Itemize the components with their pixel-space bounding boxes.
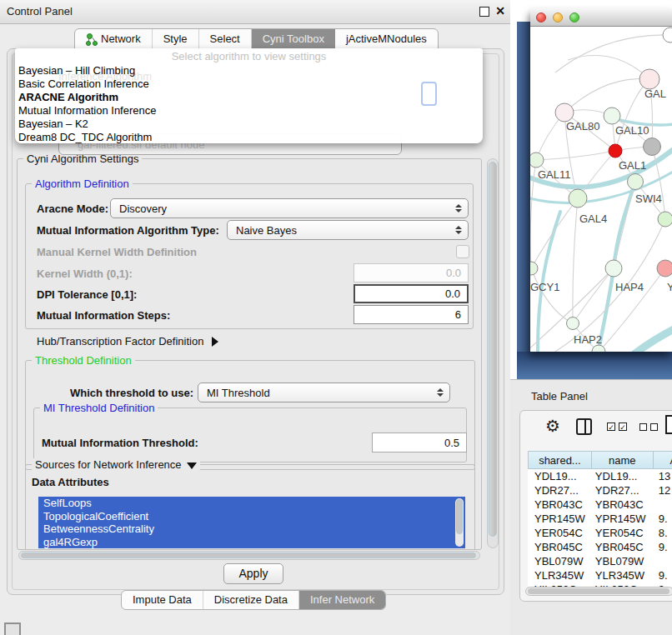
table-cell[interactable]: YBL079W bbox=[528, 554, 592, 568]
settings-hscroll-thumb[interactable] bbox=[21, 552, 476, 558]
table-cell[interactable]: YPR145W bbox=[528, 512, 592, 526]
table-column-header[interactable]: A bbox=[654, 451, 672, 469]
data-attribute-item[interactable]: TopologicalCoefficient bbox=[38, 510, 465, 523]
network-node[interactable] bbox=[569, 189, 587, 208]
aracne-mode-combo[interactable]: Discovery bbox=[110, 198, 469, 218]
dock-corner-icon[interactable] bbox=[4, 622, 21, 635]
select-all-checkboxes-icon[interactable]: ✓✓ bbox=[607, 422, 627, 431]
mi-threshold-field[interactable]: 0.5 bbox=[372, 432, 467, 452]
table-cell[interactable]: 13 bbox=[654, 469, 672, 483]
table-cell[interactable]: YLR345W bbox=[528, 568, 592, 582]
list-scrollbar[interactable] bbox=[455, 498, 464, 547]
table-cell[interactable]: YPR145W bbox=[592, 512, 654, 526]
table-cell[interactable]: YER054C bbox=[592, 526, 654, 540]
mi-steps-field[interactable]: 6 bbox=[354, 305, 469, 324]
network-node[interactable] bbox=[567, 318, 579, 330]
columns-icon[interactable] bbox=[576, 418, 592, 435]
hub-definition-expander[interactable]: Hub/Transcription Factor Definition bbox=[37, 333, 218, 348]
network-window-titlebar[interactable] bbox=[530, 8, 672, 27]
table-column-header[interactable]: name bbox=[592, 451, 654, 469]
table-cell[interactable]: YBR045C bbox=[528, 540, 592, 554]
data-attribute-item[interactable]: gal4RGexp bbox=[38, 536, 465, 549]
table-cell[interactable]: YDR27... bbox=[592, 483, 654, 498]
settings-vertical-scrollbar[interactable] bbox=[487, 158, 499, 548]
gear-icon[interactable]: ⚙ bbox=[545, 418, 560, 434]
network-node[interactable] bbox=[663, 28, 672, 42]
network-node[interactable] bbox=[628, 174, 644, 190]
network-node[interactable] bbox=[609, 144, 622, 158]
tab-discretize-data[interactable]: Discretize Data bbox=[203, 591, 299, 609]
data-attribute-item[interactable]: BetweennessCentrality bbox=[38, 522, 465, 536]
table-cell[interactable]: YDL19... bbox=[592, 469, 654, 483]
network-node[interactable] bbox=[604, 108, 620, 124]
network-node[interactable] bbox=[658, 212, 672, 227]
table-cell[interactable]: YER054C bbox=[528, 526, 592, 540]
which-threshold-combo[interactable]: MI Threshold bbox=[198, 382, 450, 402]
table-cell[interactable]: 9. bbox=[654, 568, 672, 582]
network-node[interactable] bbox=[555, 103, 574, 122]
tab-select[interactable]: Select bbox=[199, 29, 252, 49]
list-scrollbar-thumb[interactable] bbox=[456, 499, 463, 534]
algorithm-option[interactable]: Dream8 DC_TDC Algorithm bbox=[15, 131, 483, 144]
settings-vscroll-thumb[interactable] bbox=[489, 162, 497, 537]
table-cell[interactable]: YDR27... bbox=[528, 483, 592, 498]
deselect-all-checkboxes-icon[interactable] bbox=[639, 422, 658, 431]
table-cell[interactable] bbox=[654, 554, 672, 568]
tab-jactivemnodules[interactable]: jActiveMNodules bbox=[335, 29, 438, 49]
table-cell[interactable]: 12 bbox=[654, 483, 672, 498]
network-node[interactable] bbox=[639, 69, 659, 89]
expander-arrow-icon[interactable] bbox=[212, 337, 218, 347]
table-cell[interactable]: YLR345W bbox=[592, 568, 654, 582]
float-window-icon[interactable] bbox=[479, 7, 489, 17]
table-row[interactable]: YDR27...YDR27...12 bbox=[528, 483, 672, 498]
network-view-window[interactable]: GALGAL80GAL10GAL1GAL11SWI4GAL4GCY1HAP4YH… bbox=[530, 8, 672, 352]
algorithm-option[interactable]: Bayesian – Hill Climbing bbox=[15, 64, 483, 78]
network-node[interactable] bbox=[657, 260, 672, 277]
table-row[interactable]: YDL19...YDL19...13 bbox=[528, 469, 672, 483]
kernel-width-field[interactable]: 0.0 bbox=[354, 263, 469, 282]
collapse-arrow-icon[interactable] bbox=[187, 462, 197, 469]
tab-style[interactable]: Style bbox=[153, 29, 199, 49]
network-node[interactable] bbox=[644, 138, 661, 156]
apply-button[interactable]: Apply bbox=[223, 563, 283, 584]
table-cell[interactable]: 9. bbox=[654, 540, 672, 554]
table-horizontal-scrollbar[interactable] bbox=[525, 587, 672, 596]
table-hscroll-thumb[interactable] bbox=[528, 588, 669, 594]
network-node[interactable] bbox=[530, 262, 538, 275]
network-node[interactable] bbox=[605, 260, 622, 277]
algorithm-option[interactable]: Bayesian – K2 bbox=[15, 118, 483, 131]
manual-kernel-width-checkbox[interactable] bbox=[456, 245, 469, 258]
settings-horizontal-scrollbar[interactable] bbox=[18, 551, 480, 560]
network-canvas[interactable]: GALGAL80GAL10GAL1GAL11SWI4GAL4GCY1HAP4YH… bbox=[530, 27, 672, 352]
table-row[interactable]: YLR345WYLR345W9. bbox=[528, 568, 672, 582]
data-attribute-item[interactable]: SelfLoops bbox=[38, 497, 465, 510]
table-row[interactable]: YBR045CYBR045C9. bbox=[528, 540, 672, 554]
table-cell[interactable]: YBR043C bbox=[528, 498, 592, 512]
table-column-header[interactable]: shared... bbox=[528, 451, 592, 469]
table-cell[interactable]: YDL19... bbox=[528, 469, 592, 483]
tab-network[interactable]: Network bbox=[75, 29, 153, 49]
close-traffic-light[interactable] bbox=[536, 12, 546, 22]
algorithm-option[interactable]: Mutual Information Inference bbox=[15, 104, 483, 118]
table-cell[interactable]: YBR045C bbox=[592, 540, 654, 554]
algorithm-option[interactable]: ARACNE Algorithm bbox=[15, 91, 483, 104]
tab-impute-data[interactable]: Impute Data bbox=[122, 591, 203, 609]
table-cell[interactable]: YBR043C bbox=[592, 498, 654, 512]
table-cell[interactable] bbox=[654, 498, 672, 512]
dpi-tolerance-field[interactable]: 0.0 bbox=[354, 284, 469, 303]
table-row[interactable]: YBR043CYBR043C bbox=[528, 498, 672, 512]
new-table-icon[interactable] bbox=[665, 415, 672, 434]
tab-cyni-toolbox[interactable]: Cyni Toolbox bbox=[252, 29, 335, 49]
minimize-traffic-light[interactable] bbox=[553, 12, 563, 22]
table-cell[interactable]: 8. bbox=[654, 526, 672, 540]
table-row[interactable]: YER054CYER054C8. bbox=[528, 526, 672, 540]
close-icon[interactable]: ✕ bbox=[495, 4, 505, 18]
table-cell[interactable]: 9. bbox=[654, 512, 672, 526]
algorithm-option[interactable]: Basic Correlation Inference bbox=[15, 78, 483, 91]
table-row[interactable]: YPR145WYPR145W9. bbox=[528, 512, 672, 526]
tab-infer-network[interactable]: Infer Network bbox=[299, 591, 385, 609]
table-row[interactable]: YBL079WYBL079W bbox=[528, 554, 672, 568]
mi-algorithm-type-combo[interactable]: Naive Bayes bbox=[227, 220, 469, 240]
zoom-traffic-light[interactable] bbox=[569, 12, 579, 22]
network-node[interactable] bbox=[530, 152, 544, 168]
